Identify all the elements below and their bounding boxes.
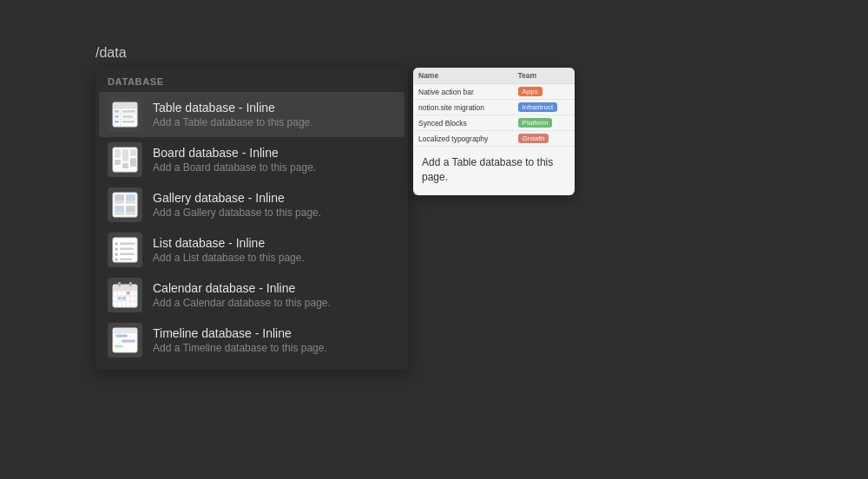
row-name: Native action bar — [413, 84, 513, 100]
slash-command-label: /data — [95, 45, 127, 61]
timeline-item-text: Timeline database - Inline Add a Timelin… — [153, 325, 327, 356]
svg-rect-32 — [120, 248, 134, 251]
list-item-desc: Add a List database to this page. — [153, 251, 305, 266]
svg-rect-7 — [115, 115, 119, 118]
svg-point-33 — [115, 253, 118, 256]
board-item-title: Board database - Inline — [153, 145, 316, 161]
row-team: Growth — [513, 131, 575, 147]
svg-rect-9 — [122, 110, 135, 113]
table-item-text: Table database - Inline Add a Table data… — [153, 100, 313, 130]
svg-rect-34 — [120, 253, 135, 256]
timeline-item-title: Timeline database - Inline — [153, 325, 327, 341]
table-row: Native action bar Apps — [413, 84, 575, 100]
menu-item-list[interactable]: List database - Inline Add a List databa… — [99, 227, 404, 272]
svg-rect-38 — [113, 285, 137, 291]
menu-item-timeline[interactable]: Timeline database - Inline Add a Timelin… — [99, 318, 404, 363]
board-item-text: Board database - Inline Add a Board data… — [153, 145, 316, 175]
gallery-item-title: Gallery database - Inline — [153, 190, 321, 206]
menu-item-gallery[interactable]: Gallery database - Inline Add a Gallery … — [99, 182, 404, 227]
svg-rect-26 — [115, 206, 124, 212]
table-row: notion.site migration Infrastruct — [413, 100, 575, 115]
row-team: Platform — [513, 115, 575, 131]
table-row: Localized typography Growth — [413, 131, 575, 147]
svg-rect-18 — [122, 163, 128, 168]
calendar-item-title: Calendar database - Inline — [153, 280, 331, 296]
svg-rect-13 — [115, 149, 121, 158]
table-row: Synced Blocks Platform — [413, 115, 575, 131]
svg-rect-17 — [130, 158, 136, 167]
svg-rect-25 — [126, 194, 135, 200]
row-name: notion.site migration — [413, 100, 513, 115]
svg-rect-14 — [122, 149, 128, 161]
svg-rect-36 — [120, 259, 132, 261]
gallery-item-desc: Add a Gallery database to this page. — [153, 206, 321, 220]
svg-rect-8 — [115, 121, 119, 123]
preview-description: Add a Table database to this page. — [413, 147, 575, 195]
table-item-desc: Add a Table database to this page. — [153, 115, 313, 130]
svg-rect-53 — [113, 328, 137, 333]
svg-rect-47 — [127, 292, 130, 295]
row-name: Localized typography — [413, 131, 513, 147]
section-header: DATABASE — [95, 68, 408, 92]
svg-rect-27 — [126, 206, 135, 212]
menu-item-table[interactable]: Table database - Inline Add a Table data… — [99, 92, 404, 137]
board-item-desc: Add a Board database to this page. — [153, 161, 316, 175]
dropdown-menu: DATABASE T — [95, 68, 408, 370]
preview-table: Name Team Native action bar Apps notion.… — [413, 68, 575, 147]
svg-rect-16 — [115, 160, 121, 165]
svg-rect-58 — [115, 335, 128, 338]
calendar-item-desc: Add a Calendar database to this page. — [153, 296, 331, 311]
svg-rect-15 — [130, 149, 136, 156]
list-item-title: List database - Inline — [153, 235, 305, 251]
svg-rect-30 — [120, 243, 135, 246]
svg-rect-24 — [115, 194, 124, 200]
preview-header-name: Name — [413, 68, 513, 84]
svg-rect-48 — [118, 297, 122, 300]
calendar-icon — [108, 278, 142, 312]
board-icon — [108, 142, 142, 177]
list-item-text: List database - Inline Add a List databa… — [153, 235, 305, 266]
svg-point-29 — [115, 243, 118, 246]
svg-rect-6 — [115, 110, 119, 113]
row-team: Apps — [513, 84, 575, 100]
svg-rect-10 — [122, 115, 133, 118]
table-icon — [108, 97, 142, 132]
calendar-item-text: Calendar database - Inline Add a Calenda… — [153, 280, 331, 311]
menu-item-calendar[interactable]: Calendar database - Inline Add a Calenda… — [99, 272, 404, 318]
svg-rect-50 — [118, 282, 121, 286]
preview-card: Name Team Native action bar Apps notion.… — [413, 68, 575, 195]
list-icon — [108, 233, 142, 267]
svg-point-35 — [115, 259, 118, 261]
gallery-item-text: Gallery database - Inline Add a Gallery … — [153, 190, 321, 220]
svg-rect-11 — [122, 121, 135, 123]
timeline-icon — [108, 323, 142, 358]
svg-rect-49 — [122, 297, 126, 300]
svg-rect-1 — [113, 102, 137, 108]
row-name: Synced Blocks — [413, 115, 513, 131]
svg-rect-59 — [122, 340, 135, 343]
gallery-icon — [108, 187, 142, 222]
svg-point-31 — [115, 248, 118, 251]
svg-rect-51 — [129, 282, 132, 286]
svg-rect-60 — [115, 345, 123, 348]
preview-header-team: Team — [513, 68, 575, 84]
page-container: /data DATABASE — [0, 0, 868, 479]
row-team: Infrastruct — [513, 100, 575, 115]
timeline-item-desc: Add a Timeline database to this page. — [153, 341, 327, 356]
menu-item-board[interactable]: Board database - Inline Add a Board data… — [99, 137, 404, 182]
table-item-title: Table database - Inline — [153, 100, 313, 115]
